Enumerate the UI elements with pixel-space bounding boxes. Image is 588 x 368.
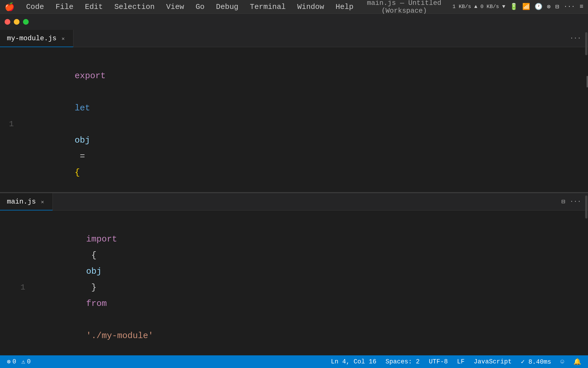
top-more-actions[interactable]: ···	[570, 35, 581, 42]
cast-icon: ⊟	[555, 3, 559, 11]
top-code-area: 1 export let obj = { 2 title :	[0, 47, 588, 192]
kw-import: import	[86, 234, 117, 244]
menubar-right: 1 KB/s ▲ 0 KB/s ▼ 🔋 📶 🕐 ⊗ ⊟ ··· ≡	[452, 3, 583, 11]
line-num-1: 1	[0, 116, 23, 132]
smiley-icon[interactable]: ☺	[560, 358, 564, 365]
tab-main-js-close[interactable]: ✕	[39, 199, 46, 205]
tab-my-module[interactable]: my-module.js ✕	[0, 30, 74, 47]
maximize-button[interactable]	[23, 19, 29, 25]
more-icon: ···	[564, 3, 575, 10]
indentation[interactable]: Spaces: 2	[386, 358, 420, 365]
import-path: './my-module'	[86, 331, 153, 341]
window-title: main.js — Untitled (Workspace)	[363, 0, 446, 15]
line-content-1: export let obj = {	[23, 52, 577, 192]
close-button[interactable]	[5, 19, 10, 25]
top-scrollbar-thumb[interactable]	[585, 32, 587, 55]
menu-terminal[interactable]: Terminal	[247, 1, 288, 12]
code-line-top-1: 1 export let obj = {	[0, 52, 588, 192]
top-tab-bar: my-module.js ✕ ···	[0, 30, 588, 47]
top-editor-pane: my-module.js ✕ ··· 1 export let obj = {	[0, 30, 588, 192]
top-scrollbar[interactable]	[584, 30, 588, 192]
menu-help[interactable]: Help	[333, 1, 356, 12]
tab-main-js[interactable]: main.js ✕	[0, 193, 53, 210]
brace-open: {	[75, 168, 80, 177]
line-content-bot-1: import { obj } from './my-module'	[34, 215, 577, 355]
menu-file[interactable]: File	[53, 1, 76, 12]
bottom-scrollbar[interactable]	[584, 193, 588, 355]
list-icon: ≡	[580, 3, 583, 10]
timing: ✓ 8.40ms	[521, 358, 551, 366]
menu-debug[interactable]: Debug	[214, 1, 241, 12]
editor-wrapper: my-module.js ✕ ··· 1 export let obj = {	[0, 14, 588, 355]
tab-main-js-label: main.js	[7, 198, 36, 206]
warning-num: 0	[27, 358, 31, 365]
kw-from: from	[86, 299, 107, 308]
wifi-icon: 📶	[522, 3, 530, 11]
line-num-bot-1: 1	[11, 279, 34, 296]
bottom-code-area: 1 import { obj } from './my-module' 2	[0, 210, 588, 355]
bottom-tab-bar: main.js ✕ ⊟ ···	[0, 193, 588, 210]
var-obj: obj	[75, 135, 90, 145]
menu-selection[interactable]: Selection	[112, 1, 157, 12]
menu-edit[interactable]: Edit	[83, 1, 105, 12]
menu-go[interactable]: Go	[193, 1, 207, 12]
apple-menu[interactable]: 🍎	[5, 2, 15, 12]
error-icon: ⊗	[7, 358, 11, 366]
language-mode[interactable]: JavaScript	[474, 358, 512, 365]
menubar: 🍎 Code File Edit Selection View Go Debug…	[0, 0, 588, 14]
minimap-indicator	[587, 76, 588, 87]
bottom-editor-pane: main.js ✕ ⊟ ··· 1 import { obj } from	[0, 193, 588, 355]
notification-bell[interactable]: 🔔	[573, 358, 581, 366]
split-editor-button[interactable]: ⊟	[561, 198, 565, 206]
menu-window[interactable]: Window	[295, 1, 326, 12]
menu-view[interactable]: View	[164, 1, 186, 12]
error-count[interactable]: ⊗ 0 ⚠ 0	[7, 358, 31, 366]
traffic-lights	[0, 14, 588, 30]
clock-icon: 🕐	[535, 3, 542, 11]
tab-my-module-label: my-module.js	[7, 34, 57, 42]
encoding[interactable]: UTF-8	[429, 358, 448, 365]
network-info: 1 KB/s ▲ 0 KB/s ▼	[452, 4, 505, 10]
kw-export: export	[75, 71, 106, 81]
kw-let: let	[75, 103, 90, 113]
bottom-scrollbar-thumb[interactable]	[585, 195, 587, 218]
status-left: ⊗ 0 ⚠ 0	[7, 358, 31, 366]
line-ending[interactable]: LF	[457, 358, 465, 365]
menu-code[interactable]: Code	[24, 1, 46, 12]
cursor-position[interactable]: Ln 4, Col 16	[331, 358, 376, 365]
status-bar: ⊗ 0 ⚠ 0 Ln 4, Col 16 Spaces: 2 UTF-8 LF …	[0, 355, 588, 368]
status-right: Ln 4, Col 16 Spaces: 2 UTF-8 LF JavaScri…	[331, 358, 581, 366]
error-num: 0	[12, 358, 16, 365]
notification-icon: ⊗	[547, 3, 551, 11]
minimize-button[interactable]	[14, 19, 20, 25]
indicator-bot-1	[0, 284, 7, 291]
warning-icon: ⚠	[21, 358, 25, 366]
battery-icon: 🔋	[510, 3, 518, 11]
bottom-more-actions[interactable]: ···	[570, 198, 581, 205]
import-obj: obj	[86, 267, 102, 276]
code-line-bot-1: 1 import { obj } from './my-module'	[0, 215, 588, 355]
tab-my-module-close[interactable]: ✕	[60, 35, 66, 42]
